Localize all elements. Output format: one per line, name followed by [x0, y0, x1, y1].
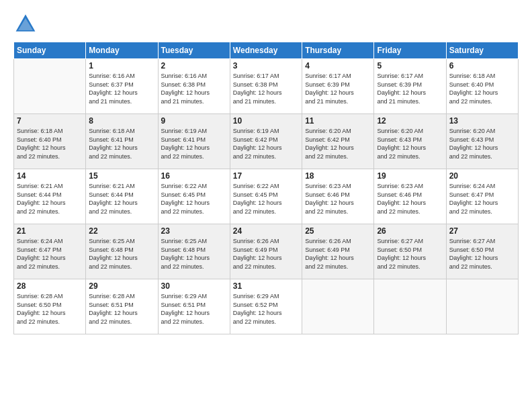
day-info: Sunrise: 6:22 AM Sunset: 6:45 PM Dayligh…: [233, 182, 299, 216]
calendar-table: SundayMondayTuesdayWednesdayThursdayFrid…: [13, 42, 519, 334]
page: SundayMondayTuesdayWednesdayThursdayFrid…: [0, 0, 532, 411]
day-number: 2: [161, 61, 227, 71]
day-info: Sunrise: 6:19 AM Sunset: 6:42 PM Dayligh…: [233, 127, 299, 161]
calendar-header-wednesday: Wednesday: [230, 42, 302, 59]
calendar-day: 4Sunrise: 6:17 AM Sunset: 6:39 PM Daylig…: [302, 59, 374, 114]
calendar-day: 30Sunrise: 6:29 AM Sunset: 6:51 PM Dayli…: [158, 279, 230, 334]
calendar-day: 23Sunrise: 6:25 AM Sunset: 6:48 PM Dayli…: [158, 224, 230, 279]
day-number: 22: [89, 226, 154, 236]
day-info: Sunrise: 6:23 AM Sunset: 6:46 PM Dayligh…: [377, 182, 443, 216]
day-number: 15: [89, 171, 154, 181]
calendar-day: 21Sunrise: 6:24 AM Sunset: 6:47 PM Dayli…: [14, 224, 86, 279]
calendar-day: 6Sunrise: 6:18 AM Sunset: 6:40 PM Daylig…: [446, 59, 518, 114]
day-number: 23: [161, 226, 227, 236]
day-info: Sunrise: 6:17 AM Sunset: 6:39 PM Dayligh…: [305, 72, 371, 105]
day-number: 7: [17, 116, 83, 126]
day-info: Sunrise: 6:28 AM Sunset: 6:51 PM Dayligh…: [89, 292, 154, 326]
day-info: Sunrise: 6:21 AM Sunset: 6:44 PM Dayligh…: [17, 182, 83, 216]
calendar-day: 14Sunrise: 6:21 AM Sunset: 6:44 PM Dayli…: [14, 169, 86, 224]
day-number: 28: [17, 281, 83, 291]
day-number: 10: [233, 116, 299, 126]
day-number: 13: [449, 116, 515, 126]
calendar-day: [14, 59, 86, 114]
calendar-day: [302, 279, 374, 334]
calendar-day: 20Sunrise: 6:24 AM Sunset: 6:47 PM Dayli…: [446, 169, 518, 224]
logo: [13, 12, 40, 36]
day-number: 19: [377, 171, 443, 181]
calendar-day: 24Sunrise: 6:26 AM Sunset: 6:49 PM Dayli…: [230, 224, 302, 279]
day-info: Sunrise: 6:18 AM Sunset: 6:41 PM Dayligh…: [89, 127, 154, 161]
calendar-day: 31Sunrise: 6:29 AM Sunset: 6:52 PM Dayli…: [230, 279, 302, 334]
calendar-day: 5Sunrise: 6:17 AM Sunset: 6:39 PM Daylig…: [374, 59, 446, 114]
day-number: 5: [377, 61, 443, 71]
calendar-header-thursday: Thursday: [302, 42, 374, 59]
day-info: Sunrise: 6:18 AM Sunset: 6:40 PM Dayligh…: [449, 72, 515, 105]
day-number: 27: [449, 226, 515, 236]
calendar-header-monday: Monday: [86, 42, 158, 59]
calendar-day: 7Sunrise: 6:18 AM Sunset: 6:40 PM Daylig…: [14, 114, 86, 169]
day-info: Sunrise: 6:16 AM Sunset: 6:38 PM Dayligh…: [161, 72, 227, 105]
calendar-day: 27Sunrise: 6:27 AM Sunset: 6:50 PM Dayli…: [446, 224, 518, 279]
calendar-day: 22Sunrise: 6:25 AM Sunset: 6:48 PM Dayli…: [86, 224, 158, 279]
day-info: Sunrise: 6:24 AM Sunset: 6:47 PM Dayligh…: [449, 182, 515, 216]
day-number: 8: [89, 116, 154, 126]
calendar-day: 26Sunrise: 6:27 AM Sunset: 6:50 PM Dayli…: [374, 224, 446, 279]
calendar-day: 28Sunrise: 6:28 AM Sunset: 6:50 PM Dayli…: [14, 279, 86, 334]
day-number: 31: [233, 281, 299, 291]
calendar-week-5: 28Sunrise: 6:28 AM Sunset: 6:50 PM Dayli…: [14, 279, 519, 334]
calendar-week-2: 7Sunrise: 6:18 AM Sunset: 6:40 PM Daylig…: [14, 114, 519, 169]
calendar-day: 19Sunrise: 6:23 AM Sunset: 6:46 PM Dayli…: [374, 169, 446, 224]
calendar-day: 17Sunrise: 6:22 AM Sunset: 6:45 PM Dayli…: [230, 169, 302, 224]
calendar-day: 3Sunrise: 6:17 AM Sunset: 6:38 PM Daylig…: [230, 59, 302, 114]
day-info: Sunrise: 6:20 AM Sunset: 6:43 PM Dayligh…: [449, 127, 515, 161]
calendar-day: 12Sunrise: 6:20 AM Sunset: 6:43 PM Dayli…: [374, 114, 446, 169]
day-number: 12: [377, 116, 443, 126]
calendar-header-friday: Friday: [374, 42, 446, 59]
day-number: 18: [305, 171, 371, 181]
calendar-day: 1Sunrise: 6:16 AM Sunset: 6:37 PM Daylig…: [86, 59, 158, 114]
day-number: 17: [233, 171, 299, 181]
day-number: 3: [233, 61, 299, 71]
calendar-day: 9Sunrise: 6:19 AM Sunset: 6:41 PM Daylig…: [158, 114, 230, 169]
calendar-day: 25Sunrise: 6:26 AM Sunset: 6:49 PM Dayli…: [302, 224, 374, 279]
day-number: 20: [449, 171, 515, 181]
day-number: 25: [305, 226, 371, 236]
day-info: Sunrise: 6:27 AM Sunset: 6:50 PM Dayligh…: [449, 237, 515, 271]
calendar-week-1: 1Sunrise: 6:16 AM Sunset: 6:37 PM Daylig…: [14, 59, 519, 114]
day-info: Sunrise: 6:24 AM Sunset: 6:47 PM Dayligh…: [17, 237, 83, 271]
day-info: Sunrise: 6:25 AM Sunset: 6:48 PM Dayligh…: [89, 237, 154, 271]
calendar-day: 10Sunrise: 6:19 AM Sunset: 6:42 PM Dayli…: [230, 114, 302, 169]
logo-icon: [13, 12, 38, 36]
calendar-header-tuesday: Tuesday: [158, 42, 230, 59]
day-info: Sunrise: 6:19 AM Sunset: 6:41 PM Dayligh…: [161, 127, 227, 161]
day-number: 11: [305, 116, 371, 126]
calendar-day: 8Sunrise: 6:18 AM Sunset: 6:41 PM Daylig…: [86, 114, 158, 169]
day-info: Sunrise: 6:17 AM Sunset: 6:38 PM Dayligh…: [233, 72, 299, 105]
calendar-day: [446, 279, 518, 334]
calendar-day: 13Sunrise: 6:20 AM Sunset: 6:43 PM Dayli…: [446, 114, 518, 169]
calendar-header-saturday: Saturday: [446, 42, 518, 59]
day-number: 16: [161, 171, 227, 181]
day-number: 29: [89, 281, 154, 291]
day-number: 9: [161, 116, 227, 126]
day-info: Sunrise: 6:26 AM Sunset: 6:49 PM Dayligh…: [305, 237, 371, 271]
day-info: Sunrise: 6:29 AM Sunset: 6:52 PM Dayligh…: [233, 292, 299, 326]
calendar-day: 2Sunrise: 6:16 AM Sunset: 6:38 PM Daylig…: [158, 59, 230, 114]
calendar-week-4: 21Sunrise: 6:24 AM Sunset: 6:47 PM Dayli…: [14, 224, 519, 279]
day-info: Sunrise: 6:22 AM Sunset: 6:45 PM Dayligh…: [161, 182, 227, 216]
day-info: Sunrise: 6:27 AM Sunset: 6:50 PM Dayligh…: [377, 237, 443, 271]
calendar-day: 11Sunrise: 6:20 AM Sunset: 6:42 PM Dayli…: [302, 114, 374, 169]
day-number: 21: [17, 226, 83, 236]
calendar-header-row: SundayMondayTuesdayWednesdayThursdayFrid…: [14, 42, 519, 59]
day-number: 6: [449, 61, 515, 71]
day-number: 14: [17, 171, 83, 181]
day-number: 1: [89, 61, 154, 71]
day-number: 24: [233, 226, 299, 236]
day-info: Sunrise: 6:17 AM Sunset: 6:39 PM Dayligh…: [377, 72, 443, 105]
day-info: Sunrise: 6:20 AM Sunset: 6:43 PM Dayligh…: [377, 127, 443, 161]
day-info: Sunrise: 6:26 AM Sunset: 6:49 PM Dayligh…: [233, 237, 299, 271]
day-number: 30: [161, 281, 227, 291]
calendar-day: 15Sunrise: 6:21 AM Sunset: 6:44 PM Dayli…: [86, 169, 158, 224]
day-info: Sunrise: 6:25 AM Sunset: 6:48 PM Dayligh…: [161, 237, 227, 271]
day-info: Sunrise: 6:18 AM Sunset: 6:40 PM Dayligh…: [17, 127, 83, 161]
